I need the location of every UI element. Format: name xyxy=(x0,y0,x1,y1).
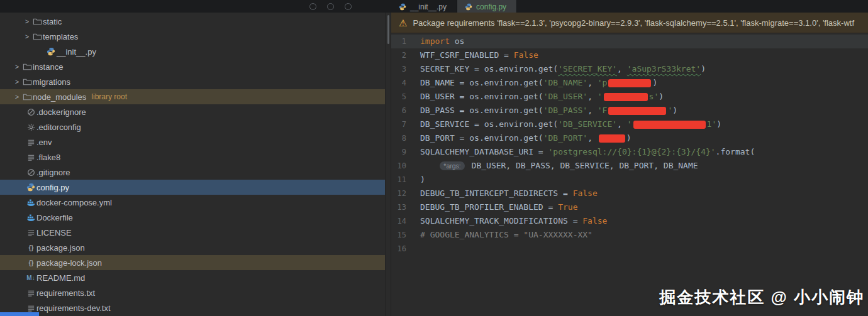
tree-item-.editorconfig[interactable]: .editorconfig xyxy=(0,119,385,134)
tree-item-.gitignore[interactable]: .gitignore xyxy=(0,165,385,180)
line-number[interactable]: 9 xyxy=(391,145,420,159)
code-line[interactable]: 16 xyxy=(391,242,868,256)
code-token: DB_PASS = os.environ.get( xyxy=(420,106,543,115)
code-line[interactable]: 3SECRET_KEY = os.environ.get('SECRET_KEY… xyxy=(391,62,868,76)
tree-item-docker-compose.yml[interactable]: docker-compose.yml xyxy=(0,195,385,210)
line-number[interactable]: 2 xyxy=(391,48,420,62)
warning-icon: ⚠ xyxy=(399,18,407,28)
code-line[interactable]: 5DB_USER = os.environ.get('DB_USER', 's'… xyxy=(391,90,868,104)
chevron-right-icon[interactable]: > xyxy=(13,93,21,101)
tree-item-label: static xyxy=(43,17,62,26)
code-line[interactable]: 9SQLALCHEMY_DATABASE_URI = 'postgresql:/… xyxy=(391,145,868,159)
tree-item-requirements.txt[interactable]: requirements.txt xyxy=(0,285,385,300)
code-line[interactable]: 4DB_NAME = os.environ.get('DB_NAME', 'p) xyxy=(391,76,868,90)
folder-icon xyxy=(21,62,33,72)
line-number[interactable]: 12 xyxy=(391,187,420,200)
tree-item-.flake8[interactable]: .flake8 xyxy=(0,150,385,165)
toolbar-icon[interactable] xyxy=(309,3,316,10)
line-number[interactable]: 7 xyxy=(391,117,420,131)
chevron-right-icon[interactable]: > xyxy=(13,78,21,85)
line-number[interactable]: 1 xyxy=(391,35,420,48)
code-token: DB_PORT = os.environ.get( xyxy=(420,133,543,143)
code-line[interactable]: 2WTF_CSRF_ENABLED = False xyxy=(391,48,868,62)
code-token: ) xyxy=(652,78,657,87)
notification-banner: ⚠ Package requirements 'flask==2.1.3', '… xyxy=(391,13,868,33)
line-number[interactable]: 5 xyxy=(391,90,420,104)
line-number[interactable]: 11 xyxy=(391,173,420,187)
banner-text: Package requirements 'flask==2.1.3', 'ps… xyxy=(413,18,854,28)
code-token: 1' xyxy=(707,119,717,129)
tree-item-config.py[interactable]: config.py xyxy=(0,180,385,195)
tree-scrollbar[interactable] xyxy=(385,13,391,316)
code-token xyxy=(420,161,440,170)
tree-item-label: Dockerfile xyxy=(36,213,73,222)
code-token: DB_SERVICE = os.environ.get( xyxy=(420,119,558,129)
code-token: False xyxy=(582,216,607,226)
line-number[interactable]: 4 xyxy=(391,76,420,90)
code-line[interactable]: 8DB_PORT = os.environ.get('DB_PORT', ) xyxy=(391,131,868,145)
toolbar-icon[interactable] xyxy=(345,3,352,10)
code-text: SQLALCHEMY_DATABASE_URI = 'postgresql://… xyxy=(420,145,755,159)
tree-item-__init__.py[interactable]: __init__.py xyxy=(0,44,385,59)
code-text: DEBUG_TB_PROFILER_ENABLED = True xyxy=(420,200,577,214)
tree-item-package.json[interactable]: { }package.json xyxy=(0,240,385,255)
code-token: , xyxy=(587,106,598,115)
line-number[interactable]: 10 xyxy=(391,159,420,173)
line-number[interactable]: 6 xyxy=(391,104,420,117)
tree-item-README.md[interactable]: M↓README.md xyxy=(0,270,385,285)
code-line[interactable]: 6DB_PASS = os.environ.get('DB_PASS', 'F'… xyxy=(391,104,868,117)
code-line[interactable]: 1import os xyxy=(391,35,868,48)
folder-icon xyxy=(21,92,33,102)
code-token: ' xyxy=(627,119,632,129)
tree-item-LICENSE[interactable]: LICENSE xyxy=(0,225,385,240)
toolbar-icon[interactable] xyxy=(327,3,334,10)
tree-item-requirements-dev.txt[interactable]: requirements-dev.txt xyxy=(0,300,385,315)
tree-item-.env[interactable]: .env xyxy=(0,134,385,150)
code-area[interactable]: 1import os2WTF_CSRF_ENABLED = False3SECR… xyxy=(391,33,868,256)
code-token: SQLALCHEMY_DATABASE_URI = xyxy=(420,147,548,156)
tree-item-.dockerignore[interactable]: .dockerignore xyxy=(0,104,385,119)
code-line[interactable]: 7DB_SERVICE = os.environ.get('DB_SERVICE… xyxy=(391,117,868,131)
code-line[interactable]: 11) xyxy=(391,173,868,187)
tree-item-node_modules[interactable]: >node_moduleslibrary root xyxy=(0,89,385,104)
tree-item-templates[interactable]: >templates xyxy=(0,29,385,44)
code-token: False xyxy=(514,50,538,60)
code-line[interactable]: 12DEBUG_TB_INTERCEPT_REDIRECTS = False xyxy=(391,187,868,200)
code-line[interactable]: 15# GOOGLE_ANALYTICS = "UA-XXXXXX-XX" xyxy=(391,228,868,242)
code-token: , xyxy=(587,92,598,101)
code-text: DB_NAME = os.environ.get('DB_NAME', 'p) xyxy=(420,76,657,90)
code-token: # GOOGLE_ANALYTICS = "UA-XXXXXX-XX" xyxy=(420,230,593,239)
line-number[interactable]: 8 xyxy=(391,131,420,145)
code-text: WTF_CSRF_ENABLED = False xyxy=(420,48,538,62)
chevron-right-icon[interactable]: > xyxy=(13,63,21,70)
tree-item-static[interactable]: >static xyxy=(0,14,385,29)
docker-icon xyxy=(25,199,36,207)
python-file-icon xyxy=(25,183,36,192)
code-line[interactable]: 14SQLALCHEMY_TRACK_MODIFICATIONS = False xyxy=(391,214,868,228)
tab-label: __init__.py xyxy=(410,3,447,11)
chevron-right-icon[interactable]: > xyxy=(23,18,31,25)
tree-item-instance[interactable]: >instance xyxy=(0,59,385,74)
line-number[interactable]: 15 xyxy=(391,228,420,242)
tree-item-migrations[interactable]: >migrations xyxy=(0,74,385,89)
line-number[interactable]: 16 xyxy=(391,242,420,256)
code-token: False xyxy=(573,188,598,198)
code-line[interactable]: 13DEBUG_TB_PROFILER_ENABLED = True xyxy=(391,200,868,214)
tree-item-label: .env xyxy=(36,138,52,147)
tree-item-label: .editorconfig xyxy=(36,123,81,132)
code-token: 'DB_PASS' xyxy=(543,106,587,115)
tab-__init__.py[interactable]: __init__.py xyxy=(391,0,457,13)
tab-config.py[interactable]: config.py xyxy=(457,0,517,13)
code-line[interactable]: 10 *args: DB_USER, DB_PASS, DB_SERVICE, … xyxy=(391,159,868,173)
line-number[interactable]: 3 xyxy=(391,62,420,76)
line-number[interactable]: 13 xyxy=(391,200,420,214)
tree-item-Dockerfile[interactable]: Dockerfile xyxy=(0,210,385,225)
chevron-right-icon[interactable]: > xyxy=(23,33,31,40)
code-token: DEBUG_TB_PROFILER_ENABLED = xyxy=(420,202,558,212)
line-number[interactable]: 14 xyxy=(391,214,420,228)
scrollbar-thumb[interactable] xyxy=(387,15,389,44)
tree-item-label: instance xyxy=(33,62,63,72)
tree-item-label: __init__.py xyxy=(57,47,96,57)
tree-item-package-lock.json[interactable]: { }package-lock.json xyxy=(0,255,385,270)
code-text: DEBUG_TB_INTERCEPT_REDIRECTS = False xyxy=(420,187,598,200)
